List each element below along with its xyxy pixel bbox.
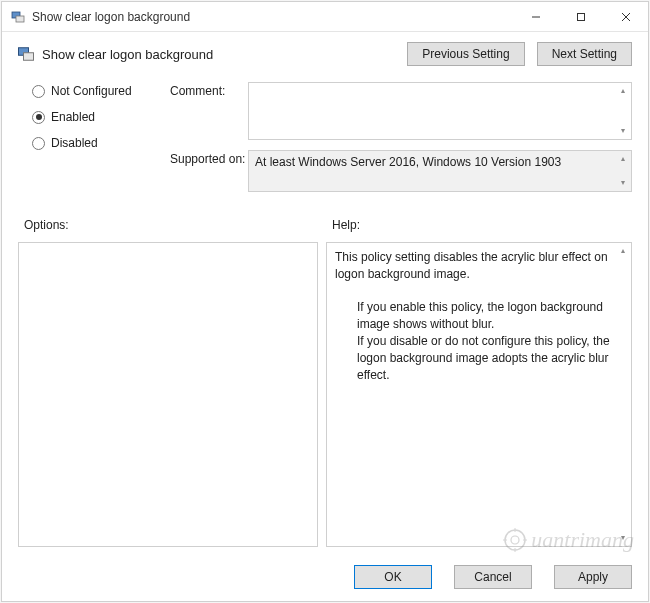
help-paragraph: This policy setting disables the acrylic… — [335, 250, 608, 281]
config-section: Not Configured Enabled Disabled Comment:… — [2, 76, 648, 206]
close-button[interactable] — [603, 2, 648, 32]
fields-column: Comment: ▴ ▾ Supported on: At least Wind… — [170, 82, 632, 202]
chevron-down-icon[interactable]: ▾ — [615, 123, 631, 139]
radio-icon — [32, 137, 45, 150]
scrollbar[interactable]: ▴ ▾ — [615, 243, 631, 546]
minimize-button[interactable] — [513, 2, 558, 32]
titlebar: Show clear logon background — [2, 2, 648, 32]
state-radio-group: Not Configured Enabled Disabled — [32, 82, 162, 202]
help-paragraph: If you enable this policy, the logon bac… — [335, 299, 613, 333]
cancel-button[interactable]: Cancel — [454, 565, 532, 589]
options-panel: Options: — [18, 210, 318, 547]
policy-icon — [16, 44, 36, 64]
help-paragraph: If you disable or do not configure this … — [335, 333, 613, 383]
svg-rect-3 — [577, 13, 584, 20]
chevron-up-icon[interactable]: ▴ — [615, 83, 631, 99]
chevron-down-icon[interactable]: ▾ — [615, 530, 631, 546]
scrollbar[interactable]: ▴ ▾ — [615, 83, 631, 139]
comment-row: Comment: ▴ ▾ — [170, 82, 632, 140]
dialog-window: Show clear logon background Show clear l… — [1, 1, 649, 602]
options-body — [18, 242, 318, 547]
radio-not-configured[interactable]: Not Configured — [32, 84, 162, 98]
svg-rect-1 — [16, 16, 24, 22]
window-title: Show clear logon background — [32, 10, 513, 24]
radio-label: Not Configured — [51, 84, 132, 98]
radio-label: Enabled — [51, 110, 95, 124]
comment-input[interactable]: ▴ ▾ — [248, 82, 632, 140]
radio-disabled[interactable]: Disabled — [32, 136, 162, 150]
supported-row: Supported on: At least Windows Server 20… — [170, 150, 632, 192]
ok-button[interactable]: OK — [354, 565, 432, 589]
footer-buttons: OK Cancel Apply — [2, 555, 648, 601]
help-label: Help: — [332, 218, 632, 232]
radio-icon — [32, 85, 45, 98]
main-panels: Options: Help: This policy setting disab… — [2, 206, 648, 555]
options-label: Options: — [24, 218, 318, 232]
supported-label: Supported on: — [170, 150, 248, 166]
svg-rect-7 — [24, 53, 34, 61]
maximize-button[interactable] — [558, 2, 603, 32]
header-row: Show clear logon background Previous Set… — [2, 32, 648, 76]
supported-on-field: At least Windows Server 2016, Windows 10… — [248, 150, 632, 192]
chevron-up-icon[interactable]: ▴ — [615, 151, 631, 167]
radio-enabled[interactable]: Enabled — [32, 110, 162, 124]
comment-label: Comment: — [170, 82, 248, 98]
page-title: Show clear logon background — [42, 47, 213, 62]
window-controls — [513, 2, 648, 32]
apply-button[interactable]: Apply — [554, 565, 632, 589]
policy-icon — [10, 9, 26, 25]
previous-setting-button[interactable]: Previous Setting — [407, 42, 524, 66]
next-setting-button[interactable]: Next Setting — [537, 42, 632, 66]
help-body: This policy setting disables the acrylic… — [326, 242, 632, 547]
chevron-up-icon[interactable]: ▴ — [615, 243, 631, 259]
chevron-down-icon[interactable]: ▾ — [615, 175, 631, 191]
radio-label: Disabled — [51, 136, 98, 150]
supported-value: At least Windows Server 2016, Windows 10… — [255, 155, 561, 169]
help-panel: Help: This policy setting disables the a… — [326, 210, 632, 547]
radio-icon — [32, 111, 45, 124]
scrollbar[interactable]: ▴ ▾ — [615, 151, 631, 191]
